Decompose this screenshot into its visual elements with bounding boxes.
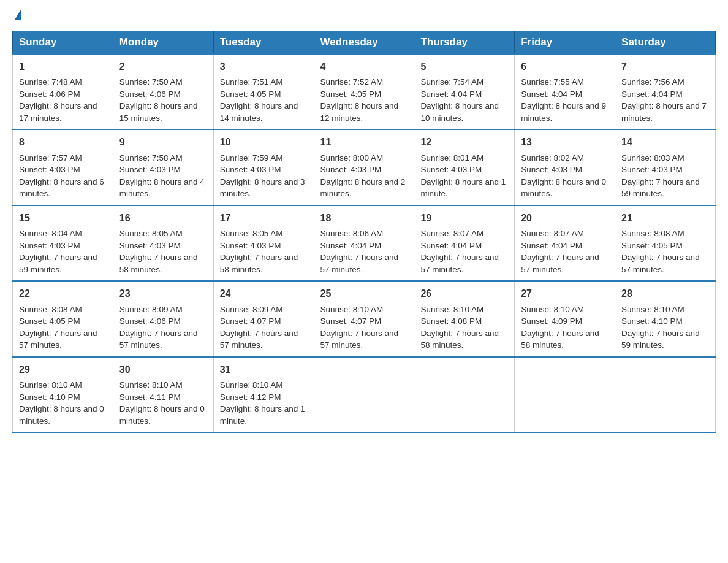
calendar-day-11: 11Sunrise: 8:00 AMSunset: 4:03 PMDayligh…	[314, 129, 414, 205]
calendar-day-30: 30Sunrise: 8:10 AMSunset: 4:11 PMDayligh…	[113, 357, 213, 432]
logo-triangle-icon	[15, 10, 21, 20]
sunrise-text: Sunrise: 8:08 AM	[19, 305, 82, 314]
daylight-text: Daylight: 7 hours and 59 minutes.	[19, 253, 97, 274]
calendar-day-26: 26Sunrise: 8:10 AMSunset: 4:08 PMDayligh…	[414, 281, 515, 356]
sunset-text: Sunset: 4:03 PM	[320, 165, 382, 174]
calendar-day-4: 4Sunrise: 7:52 AMSunset: 4:05 PMDaylight…	[314, 54, 414, 129]
sunrise-text: Sunrise: 7:50 AM	[119, 77, 183, 86]
sunset-text: Sunset: 4:11 PM	[119, 393, 181, 402]
calendar-day-empty	[414, 357, 515, 432]
day-number: 10	[220, 135, 308, 149]
sunrise-text: Sunrise: 7:57 AM	[19, 153, 82, 163]
daylight-text: Daylight: 7 hours and 57 minutes.	[220, 329, 298, 350]
calendar-day-24: 24Sunrise: 8:09 AMSunset: 4:07 PMDayligh…	[213, 281, 314, 356]
sunset-text: Sunset: 4:10 PM	[19, 393, 80, 402]
calendar-day-19: 19Sunrise: 8:07 AMSunset: 4:04 PMDayligh…	[414, 205, 515, 281]
daylight-text: Daylight: 8 hours and 2 minutes.	[320, 177, 406, 199]
daylight-text: Daylight: 7 hours and 58 minutes.	[420, 329, 499, 350]
calendar-day-15: 15Sunrise: 8:04 AMSunset: 4:03 PMDayligh…	[13, 205, 113, 281]
sunrise-text: Sunrise: 8:06 AM	[320, 229, 384, 238]
sunset-text: Sunset: 4:05 PM	[621, 241, 683, 250]
daylight-text: Daylight: 8 hours and 14 minutes.	[220, 101, 298, 123]
calendar-day-31: 31Sunrise: 8:10 AMSunset: 4:12 PMDayligh…	[213, 357, 314, 432]
day-number: 7	[621, 59, 709, 74]
calendar-day-9: 9Sunrise: 7:58 AMSunset: 4:03 PMDaylight…	[113, 129, 213, 205]
sunset-text: Sunset: 4:12 PM	[220, 393, 281, 402]
sunset-text: Sunset: 4:03 PM	[119, 241, 181, 250]
sunset-text: Sunset: 4:03 PM	[19, 165, 80, 174]
sunrise-text: Sunrise: 8:03 AM	[621, 153, 684, 163]
day-number: 23	[119, 286, 207, 301]
daylight-text: Daylight: 8 hours and 9 minutes.	[521, 101, 606, 123]
calendar-day-28: 28Sunrise: 8:10 AMSunset: 4:10 PMDayligh…	[615, 281, 716, 356]
weekday-header-friday: Friday	[515, 31, 615, 55]
calendar-day-29: 29Sunrise: 8:10 AMSunset: 4:10 PMDayligh…	[13, 357, 113, 432]
sunrise-text: Sunrise: 7:52 AM	[320, 77, 384, 86]
day-number: 1	[19, 59, 107, 74]
sunrise-text: Sunrise: 7:54 AM	[420, 77, 483, 86]
calendar-day-empty	[515, 357, 615, 432]
sunrise-text: Sunrise: 8:02 AM	[521, 153, 584, 163]
sunrise-text: Sunrise: 8:00 AM	[320, 153, 384, 163]
day-number: 14	[621, 135, 709, 149]
calendar-day-empty	[314, 357, 414, 432]
sunrise-text: Sunrise: 8:07 AM	[420, 229, 483, 238]
daylight-text: Daylight: 7 hours and 59 minutes.	[621, 177, 700, 199]
daylight-text: Daylight: 7 hours and 57 minutes.	[19, 329, 97, 350]
sunset-text: Sunset: 4:05 PM	[320, 90, 382, 99]
calendar-day-2: 2Sunrise: 7:50 AMSunset: 4:06 PMDaylight…	[113, 54, 213, 129]
sunrise-text: Sunrise: 7:51 AM	[220, 77, 283, 86]
sunrise-text: Sunrise: 8:10 AM	[19, 380, 82, 389]
calendar-day-25: 25Sunrise: 8:10 AMSunset: 4:07 PMDayligh…	[314, 281, 414, 356]
daylight-text: Daylight: 7 hours and 59 minutes.	[621, 329, 700, 350]
calendar-day-23: 23Sunrise: 8:09 AMSunset: 4:06 PMDayligh…	[113, 281, 213, 356]
day-number: 21	[621, 211, 709, 225]
sunrise-text: Sunrise: 8:10 AM	[420, 305, 483, 314]
weekday-header-saturday: Saturday	[615, 31, 716, 55]
day-number: 17	[220, 211, 308, 225]
weekday-header-thursday: Thursday	[414, 31, 515, 55]
daylight-text: Daylight: 8 hours and 15 minutes.	[119, 101, 198, 123]
sunset-text: Sunset: 4:04 PM	[621, 90, 683, 99]
calendar-day-1: 1Sunrise: 7:48 AMSunset: 4:06 PMDaylight…	[13, 54, 113, 129]
daylight-text: Daylight: 8 hours and 4 minutes.	[119, 177, 205, 199]
sunset-text: Sunset: 4:07 PM	[320, 316, 382, 326]
calendar-day-3: 3Sunrise: 7:51 AMSunset: 4:05 PMDaylight…	[213, 54, 314, 129]
calendar-day-17: 17Sunrise: 8:05 AMSunset: 4:03 PMDayligh…	[213, 205, 314, 281]
calendar-day-12: 12Sunrise: 8:01 AMSunset: 4:03 PMDayligh…	[414, 129, 515, 205]
day-number: 4	[320, 59, 408, 74]
calendar-day-22: 22Sunrise: 8:08 AMSunset: 4:05 PMDayligh…	[13, 281, 113, 356]
sunset-text: Sunset: 4:04 PM	[420, 241, 482, 250]
day-number: 30	[119, 362, 207, 377]
sunset-text: Sunset: 4:10 PM	[621, 316, 683, 326]
calendar-day-5: 5Sunrise: 7:54 AMSunset: 4:04 PMDaylight…	[414, 54, 515, 129]
daylight-text: Daylight: 8 hours and 3 minutes.	[220, 177, 305, 199]
calendar-week-1: 1Sunrise: 7:48 AMSunset: 4:06 PMDaylight…	[13, 54, 716, 129]
sunrise-text: Sunrise: 8:10 AM	[220, 380, 283, 389]
sunset-text: Sunset: 4:04 PM	[521, 241, 582, 250]
daylight-text: Daylight: 7 hours and 57 minutes.	[320, 253, 399, 274]
sunset-text: Sunset: 4:09 PM	[521, 316, 582, 326]
day-number: 18	[320, 211, 408, 225]
sunset-text: Sunset: 4:05 PM	[19, 316, 80, 326]
day-number: 16	[119, 211, 207, 225]
calendar-day-20: 20Sunrise: 8:07 AMSunset: 4:04 PMDayligh…	[515, 205, 615, 281]
day-number: 19	[420, 211, 508, 225]
calendar-week-4: 22Sunrise: 8:08 AMSunset: 4:05 PMDayligh…	[13, 281, 716, 356]
daylight-text: Daylight: 8 hours and 1 minute.	[220, 404, 305, 426]
day-number: 27	[521, 286, 609, 301]
sunrise-text: Sunrise: 8:09 AM	[220, 305, 283, 314]
weekday-header-wednesday: Wednesday	[314, 31, 414, 55]
sunset-text: Sunset: 4:06 PM	[119, 90, 181, 99]
day-number: 3	[220, 59, 308, 74]
daylight-text: Daylight: 7 hours and 58 minutes.	[119, 253, 198, 274]
sunset-text: Sunset: 4:06 PM	[119, 316, 181, 326]
sunrise-text: Sunrise: 8:04 AM	[19, 229, 82, 238]
daylight-text: Daylight: 8 hours and 6 minutes.	[19, 177, 104, 199]
sunrise-text: Sunrise: 8:10 AM	[119, 380, 183, 389]
sunrise-text: Sunrise: 7:59 AM	[220, 153, 283, 163]
calendar-week-5: 29Sunrise: 8:10 AMSunset: 4:10 PMDayligh…	[13, 357, 716, 432]
calendar-day-13: 13Sunrise: 8:02 AMSunset: 4:03 PMDayligh…	[515, 129, 615, 205]
day-number: 26	[420, 286, 508, 301]
day-number: 22	[19, 286, 107, 301]
